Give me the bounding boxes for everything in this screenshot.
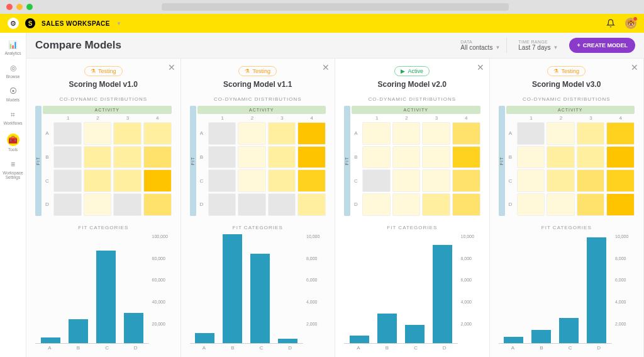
heatmap-cell [84, 146, 112, 169]
activity-axis-label: ACTIVITY [506, 106, 635, 114]
bar-chart: 100,00080,00060,00040,00020,000 ABCD [35, 234, 172, 351]
heatmap-row-label: B [506, 154, 515, 160]
sidebar-item-label: Workspace Settings [0, 171, 26, 179]
heatmap-row-label: C [197, 178, 206, 184]
bar [559, 318, 579, 343]
sidebar-item-browse[interactable]: ◎Browse [0, 60, 26, 82]
analytics-icon: 📊 [8, 40, 18, 50]
heatmap-cell [113, 146, 142, 169]
heatmap-cell [84, 122, 112, 145]
heatmap-cell [208, 122, 236, 145]
status-label: Testing [561, 68, 579, 74]
heatmap-row-label: C [43, 178, 52, 184]
fit-axis-label: FIT [190, 106, 196, 216]
heatmap-cell [84, 193, 112, 216]
y-tick-label: 8,000 [615, 256, 635, 261]
model-title: Scoring Model v1.0 [35, 80, 172, 89]
heatmap-cell [297, 169, 326, 192]
sidebar-item-workspace-settings[interactable]: ≡Workspace Settings [0, 156, 26, 183]
page-title: Compare Models [35, 39, 121, 52]
status-pill: ⚗ Testing [238, 66, 277, 76]
model-title: Scoring Model v1.1 [190, 80, 326, 89]
x-tick-label: B [373, 345, 402, 351]
plus-icon: + [577, 42, 580, 48]
model-title: Scoring Model v3.0 [499, 80, 635, 89]
chevron-down-icon[interactable]: ▼ [116, 21, 121, 26]
status-label: Active [408, 68, 423, 74]
create-model-label: CREATE MODEL [583, 42, 628, 48]
status-pill: ⚗ Testing [84, 66, 123, 76]
close-window-icon[interactable] [6, 4, 13, 10]
bar [350, 336, 369, 343]
heatmap-cell [53, 169, 82, 192]
x-tick-label: B [64, 345, 93, 351]
sidebar-item-workflows[interactable]: ⌗Workflows [0, 106, 26, 128]
heatmap-cell [577, 122, 605, 145]
window-controls[interactable] [6, 4, 33, 10]
tools-icon: 🧰 [7, 133, 19, 146]
notifications-icon[interactable] [605, 18, 616, 29]
y-tick-label: 2,000 [461, 322, 480, 326]
bars [35, 234, 149, 344]
heatmap-cell [606, 169, 635, 192]
heatmap-cell [452, 146, 480, 169]
heatmap-col-label: 4 [607, 115, 635, 121]
heatmap-cell [238, 169, 266, 192]
fit-categories-label: FIT CATEGORIES [499, 225, 635, 230]
bar-chart: 10,0008,0006,0004,0002,000 ABCD [190, 234, 326, 351]
y-tick-label: 8,000 [306, 256, 326, 261]
close-card-icon[interactable]: ✕ [477, 62, 484, 72]
time-range-label: TIME RANGE [518, 40, 558, 44]
heatmap-row-label: D [197, 201, 206, 207]
bar [531, 330, 551, 343]
sidebar-item-analytics[interactable]: 📊Analytics [0, 37, 26, 59]
maximize-window-icon[interactable] [26, 4, 33, 10]
heatmap-cell [53, 122, 82, 145]
play-icon: ▶ [401, 68, 405, 74]
close-card-icon[interactable]: ✕ [322, 62, 330, 72]
model-cards: ✕ ⚗ Testing Scoring Model v1.0 CO-DYNAMI… [26, 59, 644, 357]
close-card-icon[interactable]: ✕ [168, 62, 175, 72]
y-tick-label: 4,000 [615, 300, 635, 304]
heatmap-cell [143, 169, 172, 192]
heatmap-cell [547, 169, 575, 192]
heatmap-cell [362, 193, 391, 216]
sidebar-item-label: Browse [6, 74, 20, 79]
app-logo[interactable]: ⚙ [8, 18, 19, 29]
sidebar-item-tools[interactable]: 🧰Tools [0, 130, 26, 155]
activity-axis-label: ACTIVITY [43, 106, 172, 114]
sidebar-item-models[interactable]: ⦿Models [0, 83, 26, 105]
workspace-label[interactable]: SALES WORKSPACE [42, 20, 110, 27]
heatmap-row-label: B [352, 154, 360, 160]
user-avatar[interactable]: 🐯 [625, 18, 636, 29]
bars [499, 234, 613, 344]
time-range-selector[interactable]: TIME RANGE Last 7 days▼ [512, 38, 564, 53]
workspace-badge: S [25, 18, 35, 28]
minimize-window-icon[interactable] [16, 4, 23, 10]
heatmap-cell [297, 122, 326, 145]
heatmap-cell [422, 122, 450, 145]
create-model-button[interactable]: + CREATE MODEL [569, 38, 635, 53]
address-bar[interactable] [162, 3, 509, 11]
heatmap-col-label: 1 [363, 115, 391, 121]
co-dynamic-label: CO-DYNAMIC DISTRIBUTIONS [35, 96, 172, 102]
sidebar-item-label: Workflows [4, 121, 23, 125]
data-selector[interactable]: DATA All contacts▼ [454, 38, 507, 53]
x-tick-label: A [499, 345, 528, 351]
y-axis-ticks: 10,0008,0006,0004,0002,000 [304, 234, 326, 344]
heatmap-cell [577, 193, 605, 216]
flask-icon: ⚗ [553, 68, 558, 74]
app-root: ⚙ S SALES WORKSPACE ▼ 🐯 📊Analytics◎Brows… [0, 14, 644, 357]
heatmap-cell [297, 193, 326, 216]
flask-icon: ⚗ [245, 68, 250, 74]
x-tick-label: C [247, 345, 276, 351]
browse-icon: ◎ [8, 63, 18, 73]
activity-axis-label: ACTIVITY [352, 106, 480, 114]
heatmap-cell [452, 169, 480, 192]
heatmap-cell [606, 122, 635, 145]
close-card-icon[interactable]: ✕ [631, 62, 638, 72]
heatmap-cell [84, 169, 112, 192]
y-tick-label: 2,000 [615, 322, 635, 326]
heatmap-cell [113, 169, 142, 192]
y-axis-ticks: 10,0008,0006,0004,0002,000 [613, 234, 635, 344]
